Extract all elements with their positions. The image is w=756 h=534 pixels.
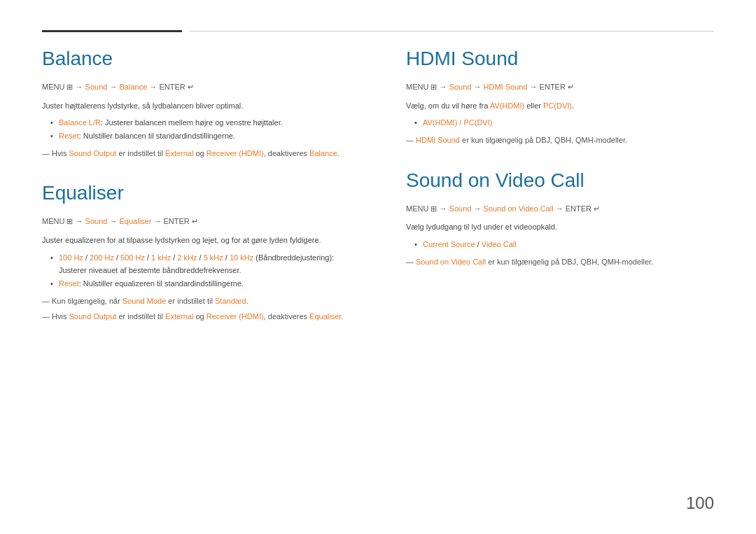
equaliser-section: Equaliser MENU ⊞ → Sound → Equaliser → E…: [42, 182, 350, 323]
hdmi-sound-title: HDMI Sound: [406, 48, 714, 70]
balance-bullet-1: Balance L/R: Justerer balancen mellem hø…: [50, 116, 350, 129]
sound-video-call-note: Sound on Video Call er kun tilgængelig p…: [406, 255, 714, 269]
equaliser-description: Juster equalizeren for at tilpasse lydst…: [42, 234, 350, 247]
right-column: HDMI Sound MENU ⊞ → Sound → HDMI Sound →…: [392, 48, 714, 346]
top-bar-accent: [42, 30, 182, 32]
hdmi-sound-section: HDMI Sound MENU ⊞ → Sound → HDMI Sound →…: [406, 48, 714, 147]
hdmi-sound-bullets: AV(HDMI) / PC(DVI): [414, 116, 714, 129]
hdmi-sound-menu-path: MENU ⊞ → Sound → HDMI Sound → ENTER ↵: [406, 81, 714, 94]
hdmi-sound-bullet-1: AV(HDMI) / PC(DVI): [414, 116, 714, 129]
equaliser-note-2: Hvis Sound Output er indstillet til Exte…: [42, 310, 350, 323]
left-column: Balance MENU ⊞ → Sound → Balance → ENTER…: [42, 48, 364, 346]
sound-video-call-section: Sound on Video Call MENU ⊞ → Sound → Sou…: [406, 169, 714, 269]
page-number: 100: [686, 493, 714, 513]
balance-menu-path: MENU ⊞ → Sound → Balance → ENTER ↵: [42, 81, 350, 94]
equaliser-menu-path: MENU ⊞ → Sound → Equaliser → ENTER ↵: [42, 216, 350, 228]
balance-title: Balance: [42, 48, 350, 70]
balance-bullets: Balance L/R: Justerer balancen mellem hø…: [50, 116, 350, 142]
menu-icon-3: ⊞: [430, 83, 437, 91]
balance-description: Juster højttalerens lydstyrke, så lydbal…: [42, 99, 350, 113]
sound-video-call-bullet-1: Current Source / Video Call: [414, 238, 714, 251]
top-bar: [0, 28, 756, 34]
hdmi-sound-note: HDMI Sound er kun tilgængelig på DBJ, QB…: [406, 134, 714, 147]
balance-note: Hvis Sound Output er indstillet til Exte…: [42, 147, 350, 160]
equaliser-title: Equaliser: [42, 182, 350, 204]
equaliser-bullet-2: Reset: Nulstiller equalizeren til standa…: [50, 277, 350, 290]
menu-icon-2: ⊞: [66, 217, 73, 225]
menu-icon-4: ⊞: [430, 204, 437, 213]
sound-video-call-description: Vælg lydudgang til lyd under et videoopk…: [406, 220, 714, 234]
hdmi-sound-description: Vælg, om du vil høre fra AV(HDMI) eller …: [406, 99, 714, 113]
equaliser-bullets: 100 Hz / 200 Hz / 500 Hz / 1 kHz / 2 kHz…: [50, 251, 350, 290]
equaliser-note-1: Kun tilgængelig, når Sound Mode er indst…: [42, 295, 350, 308]
menu-icon: ⊞: [66, 83, 73, 91]
sound-video-call-menu-path: MENU ⊞ → Sound → Sound on Video Call → E…: [406, 203, 714, 216]
balance-bullet-2: Reset: Nulstiller balancen til standardi…: [50, 129, 350, 143]
main-content: Balance MENU ⊞ → Sound → Balance → ENTER…: [0, 48, 756, 346]
equaliser-bullet-1: 100 Hz / 200 Hz / 500 Hz / 1 kHz / 2 kHz…: [50, 251, 350, 277]
sound-video-call-title: Sound on Video Call: [406, 169, 714, 192]
sound-video-call-bullets: Current Source / Video Call: [414, 238, 714, 251]
top-bar-line: [189, 31, 714, 31]
balance-section: Balance MENU ⊞ → Sound → Balance → ENTER…: [42, 48, 350, 160]
